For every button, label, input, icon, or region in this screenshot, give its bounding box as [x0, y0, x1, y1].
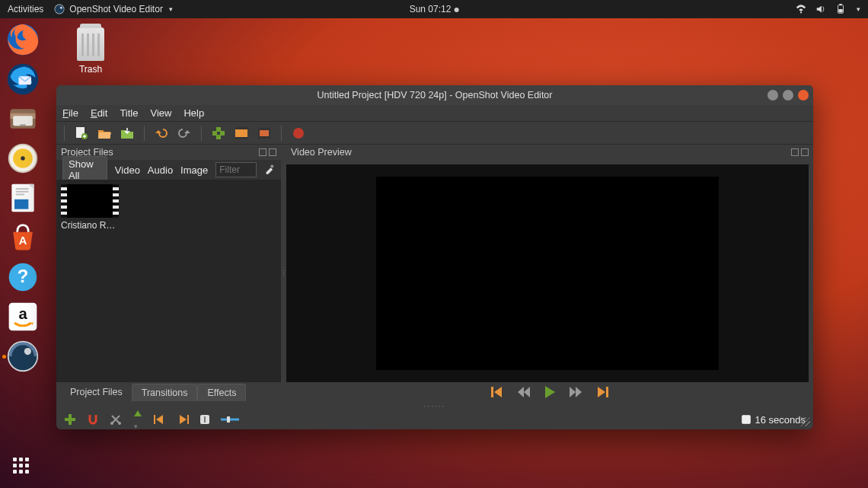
redo-button[interactable] — [177, 126, 192, 141]
svg-point-49 — [118, 422, 121, 425]
svg-rect-51 — [187, 415, 189, 424]
close-panel-icon[interactable] — [269, 148, 276, 156]
filter-image[interactable]: Image — [180, 164, 208, 176]
clock[interactable]: Sun 07:12 — [410, 4, 459, 14]
timeline-checkbox[interactable] — [742, 415, 751, 424]
toolbar — [56, 122, 813, 145]
play-button[interactable] — [543, 385, 557, 399]
undock-icon[interactable] — [259, 148, 266, 156]
new-project-button[interactable] — [74, 126, 89, 141]
separator — [281, 126, 282, 141]
timeline-duration: 16 seconds — [755, 414, 806, 426]
menu-title[interactable]: Title — [120, 107, 138, 119]
menu-help[interactable]: Help — [183, 107, 204, 119]
svg-rect-41 — [260, 130, 269, 136]
razor-button[interactable] — [110, 413, 122, 426]
svg-point-30 — [24, 348, 31, 355]
add-track-button[interactable] — [64, 413, 76, 426]
clip-item[interactable]: Cristiano Ro… — [61, 184, 119, 231]
tab-project-files[interactable]: Project Files — [61, 384, 132, 400]
open-project-button[interactable] — [97, 126, 112, 141]
dock-help[interactable]: ? — [6, 260, 40, 294]
zoom-slider[interactable] — [221, 416, 239, 423]
menu-view[interactable]: View — [150, 107, 171, 119]
undo-button[interactable] — [154, 126, 169, 141]
close-button[interactable] — [798, 90, 809, 100]
left-tabs: Project Files Transitions Effects — [56, 382, 281, 402]
menu-file[interactable]: File — [62, 107, 78, 119]
top-panel: Activities OpenShot Video Editor ▾ Sun 0… — [0, 0, 868, 18]
filter-input[interactable] — [215, 162, 257, 177]
wifi-icon[interactable] — [796, 4, 806, 14]
tab-effects[interactable]: Effects — [197, 384, 246, 401]
next-marker-button[interactable] — [177, 415, 189, 424]
dock-thunderbird[interactable] — [6, 62, 40, 96]
fast-forward-button[interactable] — [569, 387, 582, 397]
dock-software[interactable]: A — [6, 221, 40, 254]
minimize-button[interactable] — [767, 90, 778, 100]
openshot-icon — [54, 4, 65, 14]
dock-rhythmbox[interactable] — [6, 142, 40, 175]
fullscreen-button[interactable] — [257, 126, 272, 141]
add-marker-button[interactable]: ▾ — [132, 409, 143, 430]
snap-button[interactable] — [87, 413, 99, 426]
prev-marker-button[interactable] — [154, 415, 166, 424]
center-playhead-button[interactable] — [199, 414, 210, 425]
project-files-area[interactable]: Cristiano Ro… — [56, 180, 281, 382]
preview-controls — [286, 382, 813, 402]
filter-video[interactable]: Video — [115, 164, 140, 176]
trash-icon — [77, 27, 104, 61]
preview-viewport[interactable] — [286, 164, 809, 382]
profile-button[interactable] — [234, 126, 249, 141]
separator — [144, 126, 145, 141]
video-preview-header[interactable]: Video Preview — [286, 145, 813, 160]
app-menu[interactable]: OpenShot Video Editor ▾ — [54, 4, 173, 14]
svg-rect-20 — [16, 188, 29, 190]
clear-filter-icon[interactable] — [264, 164, 275, 176]
system-menu-chevron-icon[interactable]: ▾ — [857, 5, 860, 13]
horizontal-splitter[interactable]: ······ — [56, 402, 813, 410]
svg-rect-36 — [216, 135, 221, 139]
volume-icon[interactable] — [815, 4, 826, 14]
timeline-toolbar: ▾ 16 seconds — [56, 410, 813, 429]
svg-rect-22 — [16, 194, 24, 196]
rewind-button[interactable] — [517, 387, 531, 397]
maximize-button[interactable] — [783, 90, 793, 100]
jump-end-button[interactable] — [595, 387, 608, 397]
tab-transitions[interactable]: Transitions — [132, 384, 198, 401]
dock-openshot[interactable] — [6, 340, 40, 373]
resize-grip-icon[interactable] — [801, 417, 810, 426]
menu-edit[interactable]: Edit — [91, 107, 107, 119]
activities-button[interactable]: Activities — [8, 4, 43, 14]
svg-rect-43 — [270, 164, 274, 168]
dock-firefox[interactable] — [6, 23, 40, 56]
filter-audio[interactable]: Audio — [148, 164, 173, 176]
jump-start-button[interactable] — [491, 387, 505, 397]
save-project-button[interactable] — [120, 126, 135, 141]
svg-rect-44 — [491, 387, 493, 397]
svg-point-1 — [56, 5, 65, 14]
svg-rect-13 — [20, 124, 25, 126]
svg-rect-19 — [14, 199, 28, 209]
svg-text:?: ? — [18, 266, 29, 286]
svg-rect-5 — [839, 4, 842, 5]
titlebar[interactable]: Untitled Project [HDV 720 24p] - OpenSho… — [56, 85, 813, 105]
clip-thumbnail — [61, 184, 119, 218]
clip-label: Cristiano Ro… — [61, 220, 119, 231]
battery-icon[interactable] — [835, 4, 846, 14]
dock-amazon[interactable]: a — [6, 300, 40, 333]
show-applications[interactable] — [13, 458, 33, 477]
dock-files[interactable] — [6, 102, 40, 136]
vertical-splitter[interactable]: ⋮ — [281, 145, 286, 402]
dock-writer[interactable] — [6, 181, 40, 215]
export-button[interactable] — [291, 126, 306, 141]
project-files-filter-row: Show All Video Audio Image — [56, 160, 281, 180]
preview-frame — [376, 177, 719, 370]
undock-icon[interactable] — [791, 148, 799, 156]
window-title: Untitled Project [HDV 720 24p] - OpenSho… — [318, 90, 553, 100]
svg-rect-45 — [606, 387, 608, 397]
import-files-button[interactable] — [211, 126, 226, 141]
desktop-trash[interactable]: Trash — [70, 27, 111, 75]
close-panel-icon[interactable] — [801, 148, 809, 156]
svg-rect-39 — [235, 137, 247, 139]
